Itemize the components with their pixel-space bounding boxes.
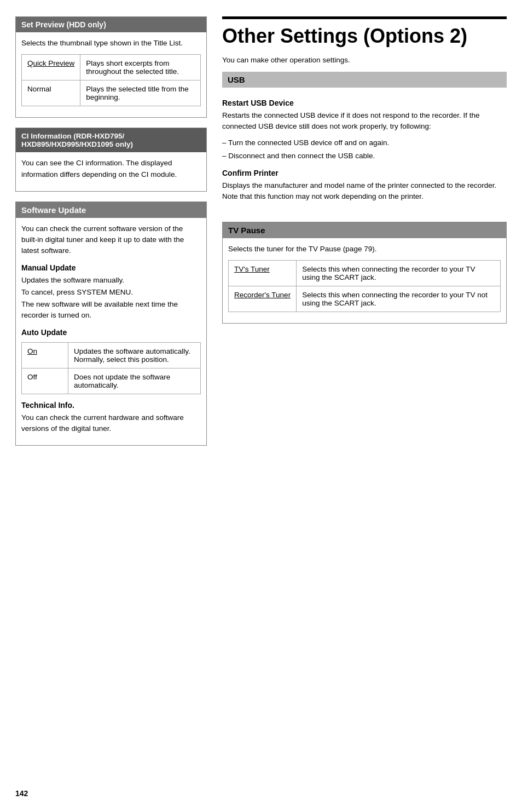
table-row: TV's Tuner Selects this when connecting … — [229, 261, 501, 286]
table-row: Normal Plays the selected title from the… — [22, 80, 201, 106]
manual-update-line1: Updates the software manually. — [21, 275, 201, 286]
desc-quick-preview: Plays short excerpts from throughout the… — [80, 55, 201, 80]
software-update-section: Software Update You can check the curren… — [15, 201, 207, 446]
ci-information-section: CI Information (RDR-HXD795/ HXD895/HXD99… — [15, 128, 207, 192]
usb-header: USB — [222, 72, 507, 88]
desc-tvs-tuner: Selects this when connecting the recorde… — [297, 261, 501, 286]
set-preview-intro: Selects the thumbnail type shown in the … — [21, 38, 201, 49]
set-preview-section: Set Preview (HDD only) Selects the thumb… — [15, 16, 207, 118]
tv-pause-section: TV Pause Selects the tuner for the TV Pa… — [222, 222, 507, 324]
restart-usb-body: Restarts the connected USB device if it … — [222, 110, 507, 133]
manual-update-line2: To cancel, press SYSTEM MENU. — [21, 287, 201, 298]
main-title: Other Settings (Options 2) — [222, 16, 507, 47]
set-preview-header: Set Preview (HDD only) — [16, 17, 206, 32]
table-row: Off Does not update the software automat… — [22, 368, 201, 394]
option-quick-preview: Quick Preview — [22, 55, 80, 80]
option-normal: Normal — [22, 80, 80, 106]
table-row: On Updates the software automatically. N… — [22, 342, 201, 368]
restart-usb-list: Turn the connected USB device off and on… — [222, 137, 507, 162]
desc-normal: Plays the selected title from the beginn… — [80, 80, 201, 106]
option-on: On — [22, 342, 68, 368]
ci-information-body: You can see the CI information. The disp… — [21, 158, 201, 180]
desc-recorders-tuner: Selects this when connecting the recorde… — [297, 286, 501, 312]
right-column: Other Settings (Options 2) You can make … — [222, 16, 507, 796]
main-intro: You can make other operation settings. — [222, 55, 507, 66]
software-update-header: Software Update — [16, 202, 206, 218]
manual-update-line3: The new software will be available next … — [21, 299, 201, 321]
auto-update-table: On Updates the software automatically. N… — [21, 342, 201, 394]
set-preview-table: Quick Preview Plays short excerpts from … — [21, 54, 201, 106]
ci-information-header: CI Information (RDR-HXD795/ HXD895/HXD99… — [16, 128, 206, 152]
left-column: Set Preview (HDD only) Selects the thumb… — [15, 16, 207, 796]
software-update-intro: You can check the current software versi… — [21, 223, 201, 257]
list-item: Turn the connected USB device off and on… — [222, 137, 507, 148]
technical-info-title: Technical Info. — [21, 401, 201, 410]
option-tvs-tuner: TV's Tuner — [229, 261, 297, 286]
desc-on: Updates the software automatically. Norm… — [68, 342, 201, 368]
tv-pause-header: TV Pause — [223, 222, 506, 238]
auto-update-title: Auto Update — [21, 328, 201, 337]
restart-usb-title: Restart USB Device — [222, 99, 507, 107]
tv-pause-box: TV Pause Selects the tuner for the TV Pa… — [222, 222, 507, 324]
table-row: Recorder's Tuner Selects this when conne… — [229, 286, 501, 312]
desc-off: Does not update the software automatical… — [68, 368, 201, 394]
list-item: Disconnect and then connect the USB cabl… — [222, 151, 507, 162]
technical-info-body: You can check the current hardware and s… — [21, 412, 201, 435]
confirm-printer-title: Confirm Printer — [222, 169, 507, 177]
option-off: Off — [22, 368, 68, 394]
manual-update-title: Manual Update — [21, 263, 201, 272]
option-recorders-tuner: Recorder's Tuner — [229, 286, 297, 312]
confirm-printer-body: Displays the manufacturer and model name… — [222, 180, 507, 203]
page-number: 142 — [15, 789, 28, 798]
tv-pause-table: TV's Tuner Selects this when connecting … — [228, 260, 501, 312]
tv-pause-intro: Selects the tuner for the TV Pause (page… — [228, 244, 501, 255]
usb-section: USB Restart USB Device Restarts the conn… — [222, 72, 507, 212]
table-row: Quick Preview Plays short excerpts from … — [22, 55, 201, 80]
